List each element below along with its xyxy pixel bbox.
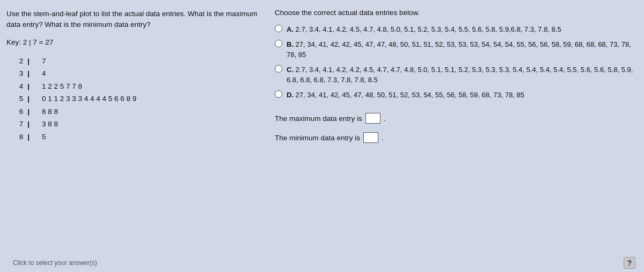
- radio-B[interactable]: [275, 40, 282, 47]
- key-text: Key: 2 | 7 = 27: [6, 38, 264, 46]
- min-entry-row: The minimum data entry is .: [275, 132, 638, 143]
- help-button[interactable]: ?: [624, 257, 635, 269]
- option-row-C: C. 2.7, 3.4, 4.1, 4.2, 4.2, 4.5, 4.7, 4.…: [275, 65, 638, 85]
- option-label: C.: [287, 66, 294, 74]
- option-row-A: A. 2.7, 3.4, 4.1, 4.2, 4.5, 4.7, 4.8, 5.…: [275, 24, 638, 35]
- click-select-label: Click to select your answer(s): [6, 257, 104, 269]
- stem-leaf-row: 4 | 1 2 2 5 7 7 8: [6, 80, 264, 93]
- stem-cell: 3: [6, 67, 25, 80]
- separator: |: [25, 118, 40, 131]
- max-entry-box[interactable]: [365, 113, 380, 124]
- stem-cell: 7: [6, 118, 25, 131]
- stem-cell: 2: [6, 55, 25, 68]
- options-container: A. 2.7, 3.4, 4.1, 4.2, 4.5, 4.7, 4.8, 5.…: [275, 24, 638, 104]
- stem-leaf-row: 2 | 7: [6, 55, 264, 68]
- separator: |: [25, 80, 40, 93]
- max-entry-period: .: [384, 114, 386, 123]
- leaf-cell: 0 1 1 2 3 3 3 4 4 4 4 5 6 6 8 9: [40, 92, 264, 105]
- option-row-B: B. 27, 34, 41, 42, 42, 45, 47, 47, 48, 5…: [275, 39, 638, 60]
- leaf-cell: 5: [40, 131, 264, 144]
- max-entry-row: The maximum data entry is .: [275, 113, 638, 124]
- leaf-cell: 7: [40, 55, 264, 68]
- stem-cell: 5: [6, 92, 25, 105]
- stem-leaf-table: 2 | 7 3 | 4 4 | 1 2 2 5 7 7 8 5 | 0 1 1 …: [6, 55, 264, 144]
- option-row-D: D. 27, 34, 41, 42, 45, 47, 48, 50, 51, 5…: [275, 90, 638, 101]
- leaf-cell: 8 8 8: [40, 105, 264, 118]
- min-entry-box[interactable]: [363, 132, 378, 143]
- radio-A[interactable]: [275, 25, 282, 32]
- separator: |: [25, 92, 40, 105]
- left-panel: Use the stem-and-leaf plot to list the a…: [6, 9, 264, 252]
- stem-leaf-row: 3 | 4: [6, 67, 264, 80]
- question-text: Use the stem-and-leaf plot to list the a…: [6, 9, 264, 31]
- right-panel: Choose the correct actual data entries b…: [275, 9, 638, 252]
- min-entry-period: .: [382, 134, 384, 142]
- leaf-cell: 1 2 2 5 7 7 8: [40, 80, 264, 93]
- stem-cell: 8: [6, 131, 25, 144]
- option-text-C: C. 2.7, 3.4, 4.1, 4.2, 4.2, 4.5, 4.7, 4.…: [287, 65, 638, 85]
- option-text-B: B. 27, 34, 41, 42, 42, 45, 47, 47, 48, 5…: [287, 39, 638, 60]
- option-label: B.: [287, 40, 294, 48]
- separator: |: [25, 131, 40, 144]
- leaf-cell: 4: [40, 67, 264, 80]
- radio-C[interactable]: [275, 65, 282, 73]
- leaf-cell: 3 8 8: [40, 118, 264, 131]
- min-entry-label: The minimum data entry is: [275, 134, 360, 142]
- option-label: A.: [287, 25, 294, 33]
- option-text-D: D. 27, 34, 41, 42, 45, 47, 48, 50, 51, 5…: [287, 90, 524, 101]
- option-text-A: A. 2.7, 3.4, 4.1, 4.2, 4.5, 4.7, 4.8, 5.…: [287, 24, 561, 35]
- stem-cell: 6: [6, 105, 25, 118]
- stem-leaf-row: 6 | 8 8 8: [6, 105, 264, 118]
- stem-cell: 4: [6, 80, 25, 93]
- stem-leaf-row: 5 | 0 1 1 2 3 3 3 4 4 4 4 5 6 6 8 9: [6, 92, 264, 105]
- max-entry-label: The maximum data entry is: [275, 114, 362, 123]
- stem-leaf-row: 7 | 3 8 8: [6, 118, 264, 131]
- radio-D[interactable]: [275, 90, 282, 98]
- separator: |: [25, 105, 40, 118]
- separator: |: [25, 67, 40, 80]
- right-header: Choose the correct actual data entries b…: [275, 9, 638, 17]
- option-label: D.: [287, 91, 294, 99]
- stem-leaf-row: 8 | 5: [6, 131, 264, 144]
- separator: |: [25, 55, 40, 68]
